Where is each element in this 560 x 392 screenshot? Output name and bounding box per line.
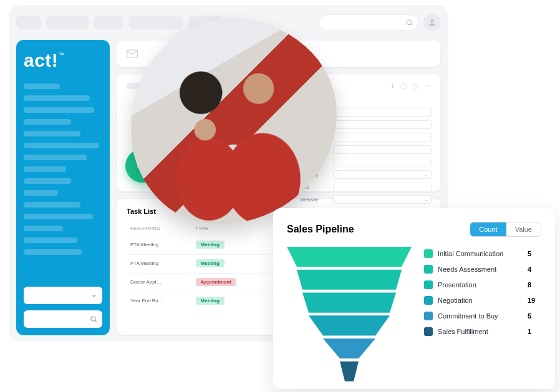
legend-value: 5 xyxy=(528,250,541,257)
legend-row[interactable]: Commitment to Buy5 xyxy=(424,312,541,320)
legend-row[interactable]: Sales Fulfillment1 xyxy=(424,327,541,336)
address-field[interactable] xyxy=(333,145,432,154)
search-icon xyxy=(90,315,97,323)
legend-swatch xyxy=(424,312,433,320)
svg-point-3 xyxy=(91,317,95,321)
svg-point-2 xyxy=(431,19,434,22)
address-row: Fax xyxy=(301,183,432,191)
address-row: Country xyxy=(301,170,432,179)
legend-swatch xyxy=(424,265,433,274)
user-avatar[interactable] xyxy=(423,14,441,31)
address-field[interactable] xyxy=(333,120,432,129)
address-field[interactable] xyxy=(333,170,432,179)
sidebar-item[interactable] xyxy=(24,131,80,136)
sidebar-item[interactable] xyxy=(24,84,60,89)
cell-regarding: Doctor Appt… xyxy=(128,273,192,290)
funnel-segment[interactable] xyxy=(297,270,402,290)
legend-swatch xyxy=(424,249,433,258)
cell-regarding: Year End Bu… xyxy=(128,292,192,309)
legend-label: Negotiation xyxy=(438,297,523,304)
topbar-placeholder xyxy=(16,16,41,29)
svg-rect-5 xyxy=(127,50,138,57)
column-header[interactable]: REGARDING xyxy=(128,222,192,234)
cell-type: Meeting xyxy=(193,254,271,272)
pipeline-legend: Initial Communication5Needs Assessment4P… xyxy=(424,247,541,381)
sidebar-item[interactable] xyxy=(24,214,93,219)
legend-swatch xyxy=(424,280,433,289)
legend-label: Presentation xyxy=(438,281,523,289)
contact-toolbar: 1 ◯ ▢ ⋯ xyxy=(391,83,430,89)
svg-line-4 xyxy=(95,320,96,322)
legend-row[interactable]: Presentation8 xyxy=(424,280,541,289)
sidebar-item[interactable] xyxy=(24,166,66,172)
legend-label: Commitment to Buy xyxy=(438,312,523,320)
toolbar-icon[interactable]: ◯ xyxy=(400,83,407,89)
legend-value: 19 xyxy=(528,297,541,304)
funnel-segment[interactable] xyxy=(323,338,375,358)
global-search[interactable] xyxy=(319,14,418,31)
search-icon xyxy=(405,19,413,27)
legend-row[interactable]: Initial Communication5 xyxy=(424,249,541,258)
sales-pipeline-card: Sales Pipeline Count Value Initial Commu… xyxy=(273,208,555,389)
cell-regarding: PTA Meeting xyxy=(128,254,192,272)
legend-swatch xyxy=(424,296,433,305)
legend-value: 1 xyxy=(528,328,541,335)
sidebar-item[interactable] xyxy=(24,143,99,148)
address-field[interactable] xyxy=(333,108,432,117)
record-counter: 1 xyxy=(391,83,394,89)
sidebar-nav xyxy=(24,84,102,287)
funnel-chart xyxy=(287,247,412,381)
address-field[interactable] xyxy=(333,195,432,204)
legend-swatch xyxy=(424,327,433,336)
sidebar-item[interactable] xyxy=(24,249,82,255)
legend-label: Initial Communication xyxy=(438,250,523,257)
cell-type: Meeting xyxy=(193,236,271,253)
toolbar-icon[interactable]: ⋯ xyxy=(425,83,430,89)
topbar-placeholder xyxy=(128,16,183,29)
cell-regarding: PTA Meeting xyxy=(128,236,192,253)
legend-value: 5 xyxy=(528,312,541,320)
funnel-segment[interactable] xyxy=(340,361,359,381)
toolbar-icon[interactable]: ▢ xyxy=(413,83,418,89)
user-icon xyxy=(428,18,437,27)
topbar-placeholder xyxy=(94,16,123,29)
sidebar-item[interactable] xyxy=(24,226,63,231)
funnel-segment[interactable] xyxy=(302,293,396,313)
legend-label: Sales Fulfillment xyxy=(438,328,523,335)
pipeline-title: Sales Pipeline xyxy=(287,224,354,235)
address-row: Website xyxy=(301,195,432,204)
legend-row[interactable]: Negotiation19 xyxy=(424,296,541,305)
cell-type: Meeting xyxy=(193,292,271,309)
toggle-value[interactable]: Value xyxy=(506,222,541,236)
brand-logo: act!™ xyxy=(24,51,102,70)
toggle-count[interactable]: Count xyxy=(470,222,506,236)
sidebar-item[interactable] xyxy=(24,107,94,113)
address-field[interactable] xyxy=(333,133,432,141)
svg-point-0 xyxy=(407,20,412,25)
sidebar-item[interactable] xyxy=(24,119,71,125)
legend-value: 4 xyxy=(528,265,541,273)
sidebar-item[interactable] xyxy=(24,95,90,101)
topbar-placeholder xyxy=(46,16,89,29)
sidebar-item[interactable] xyxy=(24,237,77,243)
address-label: Website xyxy=(301,197,329,203)
address-field[interactable] xyxy=(333,183,432,191)
chevron-down-icon xyxy=(90,292,97,299)
sidebar: act!™ xyxy=(16,40,110,335)
envelope-icon[interactable] xyxy=(127,49,138,58)
sidebar-search[interactable] xyxy=(24,310,102,328)
sidebar-dropdown[interactable] xyxy=(24,287,102,304)
address-field[interactable] xyxy=(333,158,432,166)
legend-row[interactable]: Needs Assessment4 xyxy=(424,265,541,274)
sidebar-item[interactable] xyxy=(24,155,87,160)
legend-label: Needs Assessment xyxy=(438,265,523,273)
funnel-segment[interactable] xyxy=(287,247,412,267)
sidebar-item[interactable] xyxy=(24,202,80,208)
column-header[interactable]: TYPE xyxy=(193,222,271,234)
legend-value: 8 xyxy=(528,281,541,289)
count-value-toggle[interactable]: Count Value xyxy=(470,222,541,237)
svg-line-1 xyxy=(411,24,412,25)
sidebar-item[interactable] xyxy=(24,178,71,184)
funnel-segment[interactable] xyxy=(309,315,390,335)
sidebar-item[interactable] xyxy=(24,190,58,196)
